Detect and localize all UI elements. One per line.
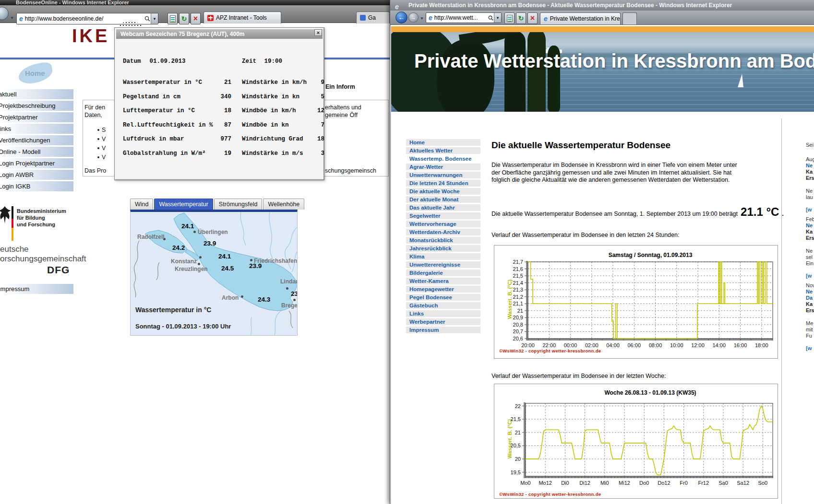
address-dropdown-button[interactable]: ▼ [151,13,158,24]
new-tab-stub[interactable] [622,12,637,24]
chart1-caption: Verlauf der Wassertemperatur im Bodensee… [491,232,679,238]
nav-item-jahresr-ckblick[interactable]: Jahresrückblick [406,245,480,252]
sidebar-text-fragment[interactable]: [w [806,273,812,279]
nav-item-unwetterwarnungen[interactable]: Unwetterwarnungen [406,172,480,178]
sidebar-item-login-awbr[interactable]: Login AWBR [0,170,73,180]
nav-item-wetter-kamera[interactable]: Wetter-Kamera [406,278,480,284]
home-link[interactable]: Home [25,69,45,77]
nav-item-wassertemp-bodensee[interactable]: Wassertemp. Bodensee [406,155,480,162]
popup-cell [231,150,242,157]
left-sidebar: aktuellProjektbeschreibungProjektpartner… [0,89,73,193]
chevron-down-icon[interactable]: ▼ [10,16,14,20]
sidebar-text-fragment: sel [806,254,813,260]
nav-item-aktuelles-wetter[interactable]: Aktuelles Wetter [406,147,480,154]
address-dropdown-button[interactable]: ▼ [494,13,501,23]
sidebar-item-projektbeschreibung[interactable]: Projektbeschreibung [0,101,73,111]
sidebar-item-login-igkb[interactable]: Login IGKB [0,181,73,191]
stop-button[interactable]: × [527,12,538,24]
nav-item-impressum[interactable]: Impressum [406,327,480,333]
tab-wetterstation[interactable]: e Private Wetterstation in Kres... × [540,12,621,24]
nav-item-g-stebuch[interactable]: Gästebuch [406,302,480,309]
close-icon[interactable]: × [314,29,322,36]
city-dot-konstanz [199,256,202,258]
page-preview-button[interactable] [504,12,515,24]
tab-partial[interactable]: Ga [356,12,390,23]
nav-item-die-letzten-24-stunden[interactable]: Die letzten 24 Stunden [406,180,480,187]
nav-item-das-aktuelle-jahr[interactable]: Das aktuelle Jahr [406,204,480,211]
refresh-button[interactable]: ↻ [179,13,189,24]
nav-item-agrar-wetter[interactable]: Agrar-Wetter [406,164,480,170]
nav-item-links[interactable]: Links [406,310,480,317]
x-tick-label: Do0 [634,480,654,486]
nav-item-wetterdaten-archiv[interactable]: Wetterdaten-Archiv [406,229,480,235]
x-tick-label: Sa12 [733,480,753,486]
map-tab-wind[interactable]: Wind [130,199,153,210]
nav-item-homepagewetter[interactable]: Homepagewetter [406,286,480,293]
popup-cell: 12 [308,107,324,114]
x-tick-label: 14:00 [709,342,729,348]
map-caption: Wassertemperatur in °C [135,306,211,314]
y-tick-label: 21,1 [494,301,523,306]
nav-item-segelwetter[interactable]: Segelwetter [406,212,480,219]
popup-cell: 9 [308,79,324,86]
city-dot-überlingen [193,231,196,233]
map-tab-wellenhöhe[interactable]: Wellenhöhe [263,199,304,210]
nav-item-der-aktuelle-monat[interactable]: Der aktuelle Monat [406,196,480,203]
refresh-button[interactable]: ↻ [516,12,526,24]
sidebar-item-aktuell[interactable]: aktuell [0,89,73,99]
nav-item-werbepartner[interactable]: Werbepartner [406,318,480,325]
chevron-down-icon[interactable]: ▼ [420,16,424,21]
chart2-caption: Verlauf der Wassertemperatur im Bodensee… [491,373,666,379]
nav-item-bildergalerie[interactable]: Bildergalerie [406,270,480,276]
search-icon[interactable] [144,15,151,22]
city-dot-friedrichshafen [250,259,252,261]
sidebar-item-login-projektpartner[interactable]: Login Projektpartner [0,158,73,168]
nav-item-klima[interactable]: Klima [406,253,480,260]
popup-cell: 87 [214,122,231,129]
tab-label: APZ Intranet - Tools [216,14,267,21]
sidebar-text-fragment: Ka [806,169,813,175]
x-tick-label: Di0 [555,480,575,486]
nav-item-wettervorhersage[interactable]: Wettervorhersage [406,221,480,227]
window-title: BodenseeOnline - Windows Internet Explor… [0,0,390,5]
stop-button[interactable]: × [191,13,201,24]
page-preview-button[interactable] [168,13,178,24]
apz-shield-icon [207,15,214,21]
sidebar-item-links[interactable]: links [0,124,73,134]
nav-item-home[interactable]: Home [406,139,480,146]
back-button[interactable]: ← [395,12,407,23]
x-tick-label: 22:00 [539,342,559,348]
search-icon[interactable] [488,15,494,21]
forward-button[interactable]: → [408,12,419,23]
x-tick-label: 08:00 [646,342,665,348]
tab-apz-intranet[interactable]: APZ Intranet - Tools [204,12,281,23]
nav-item-die-aktuelle-woche[interactable]: Die aktuelle Woche [406,188,480,195]
address-url[interactable]: http://www.bodenseeonline.de/ [25,15,103,22]
popup-cell: 19 [214,150,231,157]
sidebar-text-fragment: Ne [806,163,813,168]
sidebar-text-fragment[interactable]: [w [806,345,812,351]
back-button[interactable] [0,7,9,20]
nav-item-unwetterereignisse[interactable]: Unwetterereignisse [406,261,480,268]
sidebar-item-impressum[interactable]: Impressum [0,284,73,294]
bmbf-flag-stripe [12,206,13,241]
datum-label: Datum [123,58,141,65]
current-temp-prefix: Die aktuelle Wassertemperatur Bodensee a… [491,211,738,217]
bullet-text-fragment: V [102,145,106,152]
sidebar-text-fragment[interactable]: [w [806,207,812,212]
popup-row: Lufttemperatur in °C18Windböe in km/h12 [123,107,324,114]
ie-icon: e [19,15,23,23]
temperature-value: 24.1 [218,253,231,260]
address-bar[interactable]: e http://www.wett... ▼ [426,12,502,23]
nav-item-monatsr-ckblick[interactable]: Monatsrückblick [406,237,480,244]
popup-title[interactable]: Webcam Seezeichen 75 Bregenz (AUT), 400m [116,29,323,39]
bmbf-eagle-icon [0,206,12,223]
address-url[interactable]: http://www.wett... [434,14,478,21]
text-fragment: gemeine Öff [325,112,358,118]
map-tab-wassertemperatur[interactable]: Wassertemperatur [154,199,213,210]
sidebar-item-online-modell[interactable]: Online - Modell [0,147,73,157]
sidebar-item-ver-ffentlichungen[interactable]: Veröffentlichungen [0,135,73,145]
nav-item-pegel-bodensee[interactable]: Pegel Bodensee [406,294,480,301]
sidebar-item-projektpartner[interactable]: Projektpartner [0,112,73,122]
map-tab-strömungsfeld[interactable]: Strömungsfeld [214,199,263,210]
